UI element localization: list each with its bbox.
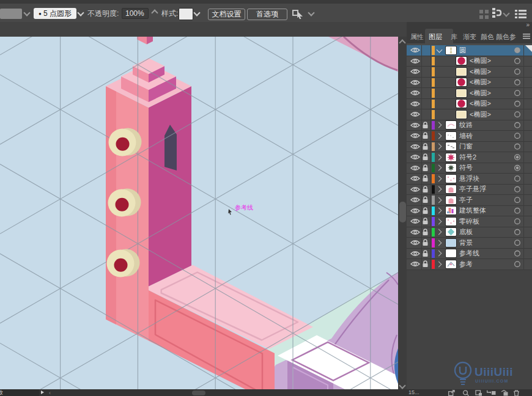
svg-text:UiiiUiii: UiiiUiii <box>475 365 513 378</box>
svg-text:UIIIUIII.COM: UIIIUIII.COM <box>475 379 508 383</box>
